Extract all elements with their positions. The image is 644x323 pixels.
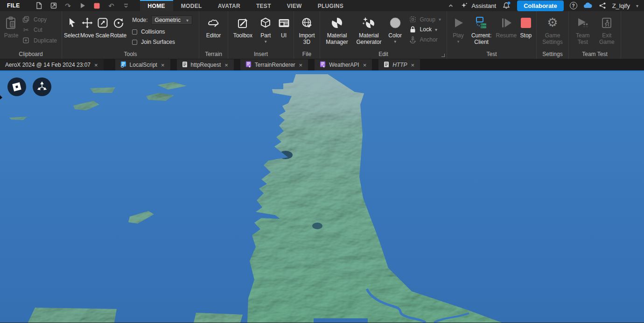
roblox-logo-button[interactable] [7,77,26,96]
exit-game-button[interactable]: Exit Game [595,12,619,46]
anchor-button[interactable]: Anchor [409,36,441,43]
open-file-icon[interactable] [50,2,57,9]
user-menu-caret-icon[interactable]: ▾ [636,3,638,8]
part-caret-icon: ▾ [265,39,267,44]
section-test: Play ▾ Current: Client Resume Stop Test [447,11,537,59]
mode-dropdown[interactable]: Geometric ▾ [151,15,192,25]
notifications-bell-icon[interactable] [502,1,511,10]
move-button[interactable]: Move [79,12,95,39]
tools-section-label: Tools [62,49,199,59]
join-surfaces-checkbox[interactable] [132,40,137,45]
tab-plugins[interactable]: PLUGINS [310,0,351,11]
mode-caret-icon: ▾ [186,18,189,23]
join-surfaces-toggle[interactable]: Join Surfaces [132,39,192,45]
section-clipboard: Paste Copy ✂ Cut Duplicate [0,11,62,59]
duplicate-button[interactable]: Duplicate [22,37,57,44]
assistant-button[interactable]: Assistant [460,2,496,9]
toolbox-button[interactable]: Toolbox [230,12,256,39]
stop-button[interactable]: Stop [518,12,534,39]
tab-model[interactable]: MODEL [173,0,210,11]
ui-button[interactable]: UI [276,12,292,39]
part-button[interactable]: Part ▾ [256,12,276,44]
pan-3d-button[interactable] [33,77,51,96]
paste-button[interactable]: Paste [2,12,21,39]
section-insert: Toolbox Part ▾ UI Insert [228,11,294,59]
stop-icon[interactable] [93,2,101,9]
duplicate-label: Duplicate [34,37,57,44]
collaborate-button[interactable]: Collaborate [517,0,564,11]
section-tools: Select Move Scale Rotate [62,11,199,59]
file-menu-button[interactable]: FILE [0,0,27,11]
resume-button[interactable]: Resume [495,12,518,39]
anchor-label: Anchor [420,36,438,43]
rotate-button[interactable]: Rotate [110,12,126,39]
ribbon-filler [621,11,644,59]
terrain-strip [9,74,502,323]
import-3d-icon [301,14,313,31]
play-icon[interactable] [79,2,86,9]
play-button[interactable]: Play ▾ [449,12,468,44]
undo-icon[interactable]: ↶ [108,2,115,9]
doc-tab-place[interactable]: AeroX 2024 @ 14 Feb 2024 23:07 × [0,59,104,70]
share-icon[interactable] [599,2,606,9]
toolbox-label: Toolbox [233,32,252,39]
viewport-3d[interactable] [0,72,644,323]
doc-tab-label: TerrainRenderer [255,62,295,68]
document-tab-bar: AeroX 2024 @ 14 Feb 2024 23:07 × LocalSc… [0,59,644,70]
tab-home[interactable]: HOME [140,0,173,11]
team-test-button[interactable]: Team Test [571,12,595,46]
current-client-button[interactable]: Current: Client [468,12,495,46]
doc-tab-terrainrenderer[interactable]: TerrainRenderer × [240,59,308,70]
import-3d-label: Import 3D [296,32,318,46]
material-manager-button[interactable]: Material Manager [322,12,352,46]
close-icon[interactable]: × [161,62,165,69]
close-icon[interactable]: × [363,62,367,69]
game-settings-button[interactable]: ⚙ Game Settings [539,12,567,46]
team-test-label: Team Test [574,32,592,46]
sparkles-icon [460,2,469,9]
tab-avatar[interactable]: AVATAR [210,0,248,11]
import-3d-button[interactable]: Import 3D [296,12,318,46]
group-button[interactable]: Group ▾ [409,16,441,23]
collapse-ribbon-icon[interactable] [448,2,454,9]
section-file: Import 3D File [294,11,320,59]
username-label[interactable]: Z_lqify [612,2,630,9]
ribbon-tab-bar: HOME MODEL AVATAR TEST VIEW PLUGINS [140,0,352,11]
cloud-sync-icon[interactable] [583,2,593,9]
pan-3d-icon [36,81,48,92]
redo-icon[interactable]: ↷ [64,2,72,9]
color-caret-icon: ▾ [394,39,396,44]
close-icon[interactable]: × [299,62,303,69]
material-generator-button[interactable]: Material Generator [352,12,386,46]
copy-button[interactable]: Copy [22,16,57,23]
help-icon[interactable]: ? [570,2,577,9]
new-document-icon[interactable] [35,2,43,9]
color-button[interactable]: Color ▾ [386,12,405,44]
stop-label: Stop [520,32,532,39]
doc-tab-localscript[interactable]: LocalScript × [115,59,170,70]
terrain-render [0,72,644,323]
close-icon[interactable]: × [224,62,229,69]
localscript-icon [120,61,126,69]
tab-test[interactable]: TEST [248,0,279,11]
select-button[interactable]: Select [64,12,79,39]
lock-icon [409,26,417,33]
close-icon[interactable]: × [411,62,415,69]
terrain-editor-button[interactable]: Editor [201,12,226,39]
doc-tab-weatherapi[interactable]: WeatherAPI × [315,59,372,70]
doc-tab-httprequest[interactable]: httpRequest × [177,59,234,70]
collisions-toggle[interactable]: Collisions [132,28,192,35]
tab-view[interactable]: VIEW [279,0,310,11]
collisions-checkbox[interactable] [132,29,137,35]
quick-access-toolbar: ↷ ↶ [27,0,135,11]
cut-button[interactable]: ✂ Cut [22,26,57,34]
edit-dialog-launcher-icon[interactable] [441,54,445,57]
close-icon[interactable]: × [94,62,98,69]
doc-tab-http[interactable]: HTTP × [378,59,420,70]
scale-button[interactable]: Scale [95,12,110,39]
lock-button[interactable]: Lock ▾ [409,26,441,33]
material-manager-icon [330,14,343,31]
toolbar-options-icon[interactable] [122,2,130,9]
part-label: Part [260,32,271,39]
insert-section-label: Insert [228,49,294,59]
